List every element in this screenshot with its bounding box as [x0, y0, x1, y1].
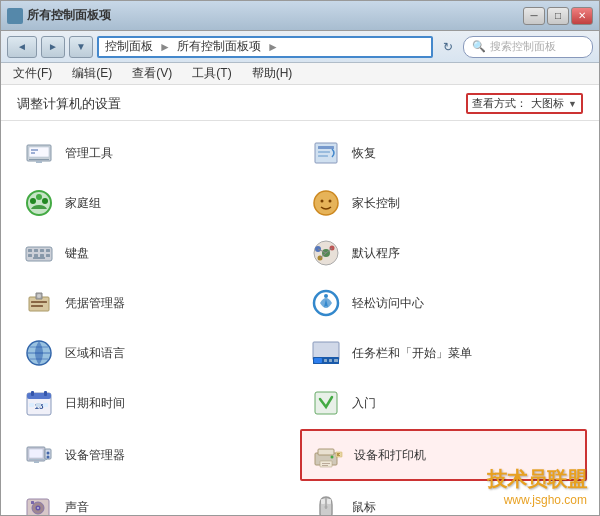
address-input[interactable]: 控制面板 ► 所有控制面板项 ► — [97, 36, 433, 58]
menu-bar: 文件(F) 编辑(E) 查看(V) 工具(T) 帮助(H) — [1, 63, 599, 85]
close-button[interactable]: ✕ — [571, 7, 593, 25]
svg-rect-37 — [31, 305, 43, 307]
menu-edit[interactable]: 编辑(E) — [68, 63, 116, 84]
svg-rect-22 — [28, 254, 32, 257]
svg-rect-7 — [318, 155, 328, 157]
item-label-14: 声音 — [65, 499, 89, 516]
refresh-button[interactable]: ↻ — [437, 36, 459, 58]
getstarted-icon — [308, 385, 344, 421]
default-icon — [308, 235, 344, 271]
svg-point-67 — [47, 456, 50, 459]
sound-icon — [21, 489, 57, 515]
minimize-button[interactable]: ─ — [523, 7, 545, 25]
grid-item-printer[interactable]: 设备和打印机 — [300, 429, 587, 481]
menu-file[interactable]: 文件(F) — [9, 63, 56, 84]
datetime-icon: 15 — [21, 385, 57, 421]
svg-rect-19 — [34, 249, 38, 252]
maximize-button[interactable]: □ — [547, 7, 569, 25]
svg-point-78 — [37, 507, 39, 509]
admin-icon — [21, 135, 57, 171]
svg-rect-81 — [321, 499, 325, 504]
main-area: 调整计算机的设置 查看方式： 大图标 ▼ 管理工具 — [1, 85, 599, 515]
grid-item-taskbar[interactable]: 任务栏和「开始」菜单 — [300, 329, 587, 377]
svg-rect-23 — [34, 254, 38, 257]
svg-rect-25 — [46, 254, 50, 257]
grid-item-mouse[interactable]: 鼠标 — [300, 483, 587, 515]
grid-item-devmanager[interactable]: 设备管理器 — [13, 429, 300, 481]
item-label-9: 任务栏和「开始」菜单 — [352, 345, 472, 362]
svg-rect-50 — [329, 359, 332, 362]
item-label-3: 家长控制 — [352, 195, 400, 212]
grid-item-default[interactable]: 默认程序 — [300, 229, 587, 277]
svg-point-83 — [325, 506, 328, 509]
view-mode-selector[interactable]: 查看方式： 大图标 ▼ — [466, 93, 583, 114]
grid-item-recover[interactable]: 恢复 — [300, 129, 587, 177]
svg-rect-59 — [43, 403, 48, 407]
svg-rect-24 — [40, 254, 44, 257]
svg-rect-26 — [33, 257, 45, 259]
svg-point-38 — [37, 294, 41, 298]
search-box[interactable]: 🔍 搜索控制面板 — [463, 36, 593, 58]
breadcrumb-current: 所有控制面板项 — [177, 38, 261, 55]
item-label-10: 日期和时间 — [65, 395, 125, 412]
svg-point-66 — [47, 452, 50, 455]
main-window: 所有控制面板项 ─ □ ✕ ◄ ► ▼ 控制面板 ► 所有控制面板项 ► — [0, 0, 600, 516]
menu-tools[interactable]: 工具(T) — [188, 63, 235, 84]
grid-item-parental[interactable]: 家长控制 — [300, 179, 587, 227]
svg-point-40 — [324, 294, 328, 298]
grid-item-region[interactable]: 区域和语言 — [13, 329, 300, 377]
keyboard-icon — [21, 235, 57, 271]
svg-point-12 — [36, 194, 42, 200]
grid-item-homegroup[interactable]: 家庭组 — [13, 179, 300, 227]
svg-rect-60 — [315, 392, 337, 414]
grid-item-credentials[interactable]: 凭据管理器 — [13, 279, 300, 327]
view-mode-arrow: ▼ — [568, 99, 577, 109]
item-label-5: 默认程序 — [352, 245, 400, 262]
grid-item-admin[interactable]: 管理工具 — [13, 129, 300, 177]
region-icon — [21, 335, 57, 371]
title-bar: 所有控制面板项 ─ □ ✕ — [1, 1, 599, 31]
svg-rect-63 — [29, 459, 47, 460]
recent-button[interactable]: ▼ — [69, 36, 93, 58]
svg-point-15 — [321, 200, 324, 203]
items-grid: 管理工具 恢复 家庭组 — [1, 121, 599, 515]
grid-item-datetime[interactable]: 15 日期和时间 — [13, 379, 300, 427]
devmanager-icon — [21, 437, 57, 473]
svg-rect-6 — [318, 151, 330, 153]
svg-rect-49 — [324, 359, 327, 362]
svg-rect-2 — [29, 159, 49, 160]
svg-rect-72 — [322, 465, 328, 466]
forward-button[interactable]: ► — [41, 36, 65, 58]
back-icon: ◄ — [17, 41, 27, 52]
svg-rect-20 — [40, 249, 44, 252]
breadcrumb-label-0: 控制面板 — [105, 38, 153, 55]
svg-rect-21 — [46, 249, 50, 252]
search-icon: 🔍 — [472, 40, 486, 53]
view-mode-value: 大图标 — [531, 96, 564, 111]
svg-point-73 — [331, 456, 334, 459]
svg-rect-3 — [36, 161, 42, 163]
grid-item-sound[interactable]: 声音 — [13, 483, 300, 515]
item-label-13: 设备和打印机 — [354, 447, 426, 464]
grid-item-access[interactable]: 轻松访问中心 — [300, 279, 587, 327]
svg-rect-82 — [327, 499, 331, 504]
mouse-icon — [308, 489, 344, 515]
panel-header: 调整计算机的设置 查看方式： 大图标 ▼ — [1, 85, 599, 121]
svg-rect-51 — [334, 359, 338, 362]
svg-point-16 — [329, 200, 332, 203]
breadcrumb-root: 控制面板 — [105, 38, 153, 55]
svg-point-10 — [30, 198, 36, 204]
access-icon — [308, 285, 344, 321]
item-label-12: 设备管理器 — [65, 447, 125, 464]
svg-point-11 — [42, 198, 48, 204]
menu-view[interactable]: 查看(V) — [128, 63, 176, 84]
item-label-2: 家庭组 — [65, 195, 101, 212]
forward-icon: ► — [48, 41, 58, 52]
grid-item-getstarted[interactable]: 入门 — [300, 379, 587, 427]
back-button[interactable]: ◄ — [7, 36, 37, 58]
grid-item-keyboard[interactable]: 键盘 — [13, 229, 300, 277]
menu-help[interactable]: 帮助(H) — [248, 63, 297, 84]
title-controls: ─ □ ✕ — [523, 7, 593, 25]
printer-icon — [310, 437, 346, 473]
window-title: 所有控制面板项 — [27, 7, 111, 24]
